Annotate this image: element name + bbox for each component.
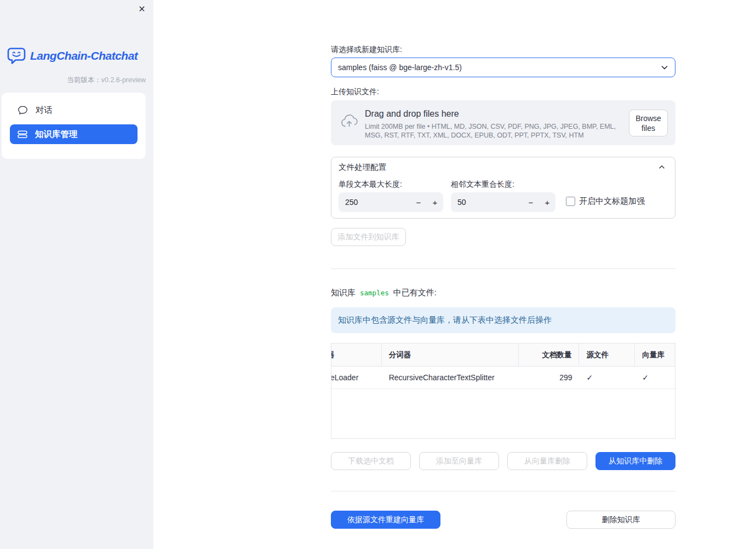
zh-title-enhance-checkbox[interactable] — [566, 197, 575, 206]
cell-loader: UnstructuredFileLoader — [331, 367, 382, 388]
kb-select-value: samples (faiss @ bge-large-zh-v1.5) — [331, 63, 660, 72]
chevron-down-icon — [660, 62, 669, 72]
cell-splitter: RecursiveCharacterTextSplitter — [382, 367, 519, 388]
brand-logo: LangChain-Chatchat — [7, 47, 138, 65]
add-files-to-kb-button[interactable]: 添加文件到知识库 — [331, 228, 406, 246]
download-selected-button[interactable]: 下载选中文档 — [331, 452, 411, 470]
chunk-size-input[interactable]: 250 − + — [339, 192, 443, 212]
divider — [331, 491, 675, 491]
page: ✕ LangChain-Chatchat 当前版本：v0.2.6-preview — [0, 0, 756, 549]
file-dropzone[interactable]: Drag and drop files here Limit 200MB per… — [331, 100, 675, 145]
kb-select-label: 请选择或新建知识库: — [331, 45, 402, 55]
version-value: v0.2.6-preview — [101, 76, 146, 84]
kb-select[interactable]: samples (faiss @ bge-large-zh-v1.5) — [331, 58, 675, 77]
overlap-size-input[interactable]: 50 − + — [451, 192, 555, 212]
sidebar-menu: 对话 知识库管理 — [2, 93, 146, 159]
dropzone-title: Drag and drop files here — [365, 109, 459, 119]
chunk-size-value[interactable]: 250 — [339, 198, 410, 207]
dropzone-hint: Limit 200MB per file • HTML, MD, JSON, C… — [365, 122, 627, 140]
kb-files-suffix: 中已有文件: — [393, 288, 437, 298]
overlap-size-value[interactable]: 50 — [451, 198, 523, 207]
browse-files-button[interactable]: Browse files — [629, 110, 668, 136]
chat-bubble-icon — [18, 105, 28, 115]
minus-stepper[interactable]: − — [523, 198, 539, 207]
cell-vector-store-check: ✓ — [635, 367, 675, 388]
cell-source-file-check: ✓ — [579, 367, 635, 388]
info-message-box: 知识库中包含源文件与向量库，请从下表中选择文件后操作 — [331, 307, 675, 333]
chevron-up-icon[interactable] — [657, 163, 666, 171]
sidebar: ✕ LangChain-Chatchat 当前版本：v0.2.6-preview — [0, 0, 153, 549]
delete-kb-button[interactable]: 删除知识库 — [566, 511, 675, 529]
add-to-vector-store-button[interactable]: 添加至向量库 — [419, 452, 499, 470]
cloud-upload-icon — [340, 114, 358, 129]
brand-title: LangChain-Chatchat — [30, 49, 138, 62]
plus-stepper[interactable]: + — [427, 198, 443, 207]
sidebar-item-label: 对话 — [36, 105, 53, 116]
kb-files-prefix: 知识库 — [331, 288, 356, 298]
delete-from-vector-store-button[interactable]: 从向量库删除 — [507, 452, 587, 470]
chunk-size-label: 单段文本最大长度: — [339, 180, 402, 190]
stacked-bars-icon — [18, 129, 27, 139]
sidebar-close-icon[interactable]: ✕ — [136, 3, 148, 15]
table-row[interactable]: UnstructuredFileLoader RecursiveCharacte… — [331, 367, 675, 389]
zh-title-enhance-label: 开启中文标题加强 — [579, 196, 645, 207]
kb-name-code: samples — [360, 289, 389, 297]
cell-doc-count: 299 — [519, 367, 580, 388]
chat-smiley-logo-icon — [7, 47, 26, 65]
minus-stepper[interactable]: − — [410, 198, 427, 207]
sidebar-item-knowledge-base[interactable]: 知识库管理 — [10, 124, 138, 144]
col-header-loader[interactable]: 文档加载器 — [331, 344, 382, 366]
expander-title[interactable]: 文件处理配置 — [339, 162, 386, 173]
overlap-size-label: 相邻文本重合长度: — [451, 180, 514, 190]
plus-stepper[interactable]: + — [539, 198, 555, 207]
sidebar-item-label: 知识库管理 — [35, 129, 78, 140]
version-label: 当前版本： — [67, 76, 101, 84]
info-message-text: 知识库中包含源文件与向量库，请从下表中选择文件后操作 — [331, 315, 552, 325]
table-header-row: 文档加载器 分词器 文档数量 源文件 向量库 — [331, 344, 675, 367]
col-header-source-file[interactable]: 源文件 — [579, 344, 635, 366]
rebuild-vector-store-button[interactable]: 依据源文件重建向量库 — [331, 511, 440, 529]
col-header-vector-store[interactable]: 向量库 — [635, 344, 675, 366]
delete-from-kb-button[interactable]: 从知识库中删除 — [595, 452, 675, 470]
divider — [331, 268, 675, 269]
file-config-expander: 文件处理配置 单段文本最大长度: 相邻文本重合长度: 250 − + 50 − … — [331, 157, 675, 219]
version-info: 当前版本：v0.2.6-preview — [67, 76, 146, 85]
col-header-splitter[interactable]: 分词器 — [382, 344, 519, 366]
kb-files-table[interactable]: 文档加载器 分词器 文档数量 源文件 向量库 UnstructuredFileL… — [331, 343, 675, 439]
col-header-doc-count[interactable]: 文档数量 — [519, 344, 580, 366]
upload-label: 上传知识文件: — [331, 87, 379, 97]
kb-files-heading: 知识库 samples 中已有文件: — [331, 288, 437, 298]
sidebar-item-dialogue[interactable]: 对话 — [10, 100, 138, 120]
